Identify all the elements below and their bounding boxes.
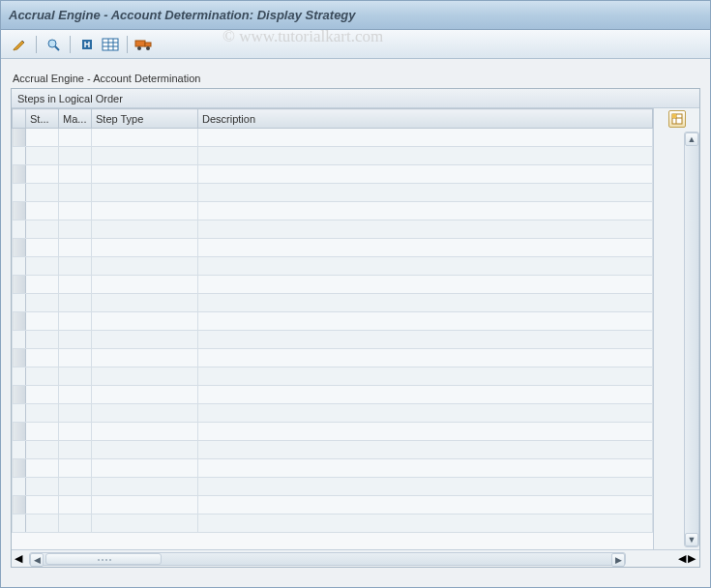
cell[interactable]: [59, 441, 92, 459]
cell[interactable]: [26, 514, 59, 533]
table-row[interactable]: [13, 294, 653, 312]
column-header-ma[interactable]: Ma...: [59, 109, 92, 129]
row-selector[interactable]: [13, 423, 26, 441]
table-row[interactable]: [13, 514, 653, 533]
cell[interactable]: [26, 312, 59, 331]
cell[interactable]: [59, 257, 92, 276]
cell[interactable]: [198, 276, 653, 294]
row-selector[interactable]: [13, 331, 26, 349]
cell[interactable]: [92, 202, 198, 220]
column-header-step[interactable]: St...: [26, 109, 59, 129]
cell[interactable]: [92, 220, 198, 239]
cell[interactable]: [92, 478, 198, 496]
cell[interactable]: [26, 239, 59, 257]
configure-columns-button[interactable]: [668, 110, 686, 128]
cell[interactable]: [92, 165, 198, 184]
cell[interactable]: [59, 514, 92, 533]
cell[interactable]: [26, 257, 59, 276]
cell[interactable]: [59, 294, 92, 312]
cell[interactable]: [92, 496, 198, 514]
cell[interactable]: [26, 184, 59, 202]
table-view-button[interactable]: [100, 34, 121, 55]
row-selector[interactable]: [13, 147, 26, 165]
table-row[interactable]: [13, 368, 653, 386]
cell[interactable]: [59, 165, 92, 184]
table-row[interactable]: [13, 257, 653, 276]
cell[interactable]: [92, 312, 198, 331]
row-selector[interactable]: [13, 349, 26, 368]
row-selector[interactable]: [13, 386, 26, 404]
cell[interactable]: [59, 312, 92, 331]
cell[interactable]: [26, 404, 59, 423]
scroll-right-button[interactable]: ▶: [611, 553, 625, 567]
cell[interactable]: [92, 423, 198, 441]
cell[interactable]: [26, 129, 59, 147]
table-row[interactable]: [13, 276, 653, 294]
cell[interactable]: [92, 239, 198, 257]
table-row[interactable]: [13, 202, 653, 220]
row-selector[interactable]: [13, 478, 26, 496]
cell[interactable]: [198, 165, 653, 184]
vertical-scrollbar[interactable]: ▲ ▼: [684, 132, 699, 547]
cell[interactable]: [59, 496, 92, 514]
cell[interactable]: [198, 459, 653, 478]
table-row[interactable]: [13, 349, 653, 368]
cell[interactable]: [59, 349, 92, 368]
table-row[interactable]: [13, 239, 653, 257]
table-row[interactable]: [13, 165, 653, 184]
table-row[interactable]: [13, 147, 653, 165]
cell[interactable]: [92, 514, 198, 533]
cell[interactable]: [59, 459, 92, 478]
row-selector[interactable]: [13, 239, 26, 257]
row-selector[interactable]: [13, 294, 26, 312]
cell[interactable]: [198, 441, 653, 459]
cell[interactable]: [26, 478, 59, 496]
table-row[interactable]: [13, 478, 653, 496]
cell[interactable]: [59, 404, 92, 423]
cell[interactable]: [59, 276, 92, 294]
cell[interactable]: [26, 202, 59, 220]
cell[interactable]: [26, 165, 59, 184]
cell[interactable]: [59, 220, 92, 239]
table-row[interactable]: [13, 386, 653, 404]
table-row[interactable]: [13, 404, 653, 423]
transport-button[interactable]: [133, 34, 155, 55]
table-row[interactable]: [13, 423, 653, 441]
scroll-down-button[interactable]: ▼: [685, 533, 698, 546]
cell[interactable]: [92, 459, 198, 478]
cell[interactable]: [59, 129, 92, 147]
cell[interactable]: [198, 404, 653, 423]
cell[interactable]: [26, 386, 59, 404]
row-selector[interactable]: [13, 441, 26, 459]
cell[interactable]: [198, 312, 653, 331]
row-selector[interactable]: [13, 257, 26, 276]
cell[interactable]: [198, 220, 653, 239]
cell[interactable]: [59, 386, 92, 404]
cell[interactable]: [26, 496, 59, 514]
cell[interactable]: [198, 239, 653, 257]
column-header-description[interactable]: Description: [198, 109, 653, 129]
row-selector[interactable]: [13, 404, 26, 423]
cell[interactable]: [59, 423, 92, 441]
cell[interactable]: [92, 386, 198, 404]
table-row[interactable]: [13, 184, 653, 202]
cell[interactable]: [198, 368, 653, 386]
cell[interactable]: [26, 147, 59, 165]
scroll-left-page-button[interactable]: ◀: [678, 552, 686, 565]
cell[interactable]: [92, 129, 198, 147]
cell[interactable]: [59, 239, 92, 257]
column-header-steptype[interactable]: Step Type: [92, 109, 198, 129]
cell[interactable]: [26, 331, 59, 349]
cell[interactable]: [198, 331, 653, 349]
row-selector[interactable]: [13, 514, 26, 533]
scroll-right-page-button[interactable]: ▶: [688, 552, 696, 565]
cell[interactable]: [92, 404, 198, 423]
row-selector[interactable]: [13, 496, 26, 514]
cell[interactable]: [26, 423, 59, 441]
steps-table[interactable]: St... Ma... Step Type Description: [12, 108, 653, 533]
cell[interactable]: [198, 478, 653, 496]
row-selector[interactable]: [13, 276, 26, 294]
scroll-up-button[interactable]: ▲: [685, 132, 698, 146]
cell[interactable]: [59, 147, 92, 165]
row-selector[interactable]: [13, 368, 26, 386]
